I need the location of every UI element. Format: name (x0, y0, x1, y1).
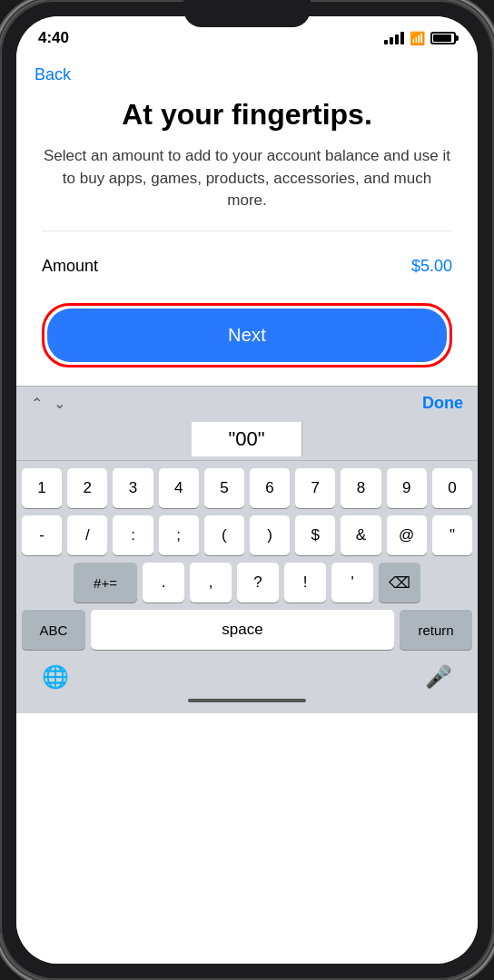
status-time: 4:40 (38, 29, 69, 47)
amount-row: Amount $5.00 (42, 246, 452, 287)
key-8[interactable]: 8 (341, 468, 380, 508)
picker-wheel: "00" (16, 418, 478, 461)
keyboard-row-bottom: ABC space return (22, 610, 472, 650)
mic-icon[interactable]: 🎤 (425, 664, 452, 690)
battery-icon (430, 32, 456, 44)
picker-toolbar: ⌃ ⌄ Done (16, 386, 478, 418)
amount-value: $5.00 (411, 257, 452, 276)
phone-screen: 4:40 📶 Back At your fingertips. (16, 16, 478, 964)
key-2[interactable]: 2 (67, 468, 107, 508)
key-lparen[interactable]: ( (204, 515, 244, 555)
picker-item[interactable]: "00" (192, 422, 301, 456)
keyboard: 1 2 3 4 5 6 7 8 9 0 - / : ; ( (16, 461, 478, 661)
keyboard-row-symbols: - / : ; ( ) $ & @ " (22, 515, 472, 555)
key-3[interactable]: 3 (113, 468, 153, 508)
next-button[interactable]: Next (47, 309, 447, 362)
key-amp[interactable]: & (341, 515, 380, 555)
next-button-wrapper: Next (42, 303, 452, 368)
app-content: Back At your fingertips. Select an amoun… (16, 54, 478, 964)
key-slash[interactable]: / (67, 515, 107, 555)
key-6[interactable]: 6 (250, 468, 290, 508)
key-semicolon[interactable]: ; (159, 515, 199, 555)
signal-icon (384, 32, 404, 44)
amount-label: Amount (42, 257, 98, 276)
main-content: At your fingertips. Select an amount to … (16, 92, 478, 386)
bottom-icons-row: 🌐 🎤 (16, 661, 478, 695)
page-title: At your fingertips. (42, 99, 452, 131)
key-period[interactable]: . (143, 563, 184, 603)
nav-bar: Back (16, 54, 478, 92)
key-rparen[interactable]: ) (250, 515, 290, 555)
picker-column: "00" (192, 422, 301, 456)
key-colon[interactable]: : (113, 515, 153, 555)
key-9[interactable]: 9 (387, 468, 427, 508)
globe-icon[interactable]: 🌐 (42, 664, 69, 690)
key-quote[interactable]: " (432, 515, 472, 555)
picker-nav: ⌃ ⌄ (31, 395, 65, 412)
key-delete[interactable]: ⌫ (379, 563, 420, 603)
key-comma[interactable]: , (190, 563, 232, 603)
key-abc[interactable]: ABC (22, 610, 85, 650)
keyboard-row-special: #+= . , ? ! ' ⌫ (22, 563, 472, 603)
key-apostrophe[interactable]: ' (331, 563, 373, 603)
key-dollar[interactable]: $ (295, 515, 335, 555)
back-button[interactable]: Back (35, 65, 71, 83)
key-at[interactable]: @ (387, 515, 427, 555)
key-7[interactable]: 7 (295, 468, 335, 508)
key-0[interactable]: 0 (432, 468, 472, 508)
phone-frame: 4:40 📶 Back At your fingertips. (0, 0, 494, 980)
key-question[interactable]: ? (237, 563, 279, 603)
picker-separator (301, 422, 302, 456)
page-description: Select an amount to add to your account … (42, 145, 452, 212)
picker-down-button[interactable]: ⌄ (54, 395, 65, 412)
key-exclaim[interactable]: ! (284, 563, 326, 603)
wifi-icon: 📶 (410, 31, 425, 45)
key-4[interactable]: 4 (159, 468, 199, 508)
status-icons: 📶 (384, 31, 456, 45)
done-button[interactable]: Done (422, 394, 463, 413)
key-dash[interactable]: - (22, 515, 62, 555)
notch (183, 0, 311, 27)
key-5[interactable]: 5 (204, 468, 244, 508)
key-space[interactable]: space (91, 610, 394, 650)
home-indicator (188, 699, 306, 702)
key-hashtag[interactable]: #+= (74, 563, 137, 603)
key-return[interactable]: return (400, 610, 472, 650)
keyboard-row-numbers: 1 2 3 4 5 6 7 8 9 0 (22, 468, 472, 508)
picker-up-button[interactable]: ⌃ (31, 395, 43, 412)
divider (42, 230, 452, 231)
key-1[interactable]: 1 (22, 468, 62, 508)
